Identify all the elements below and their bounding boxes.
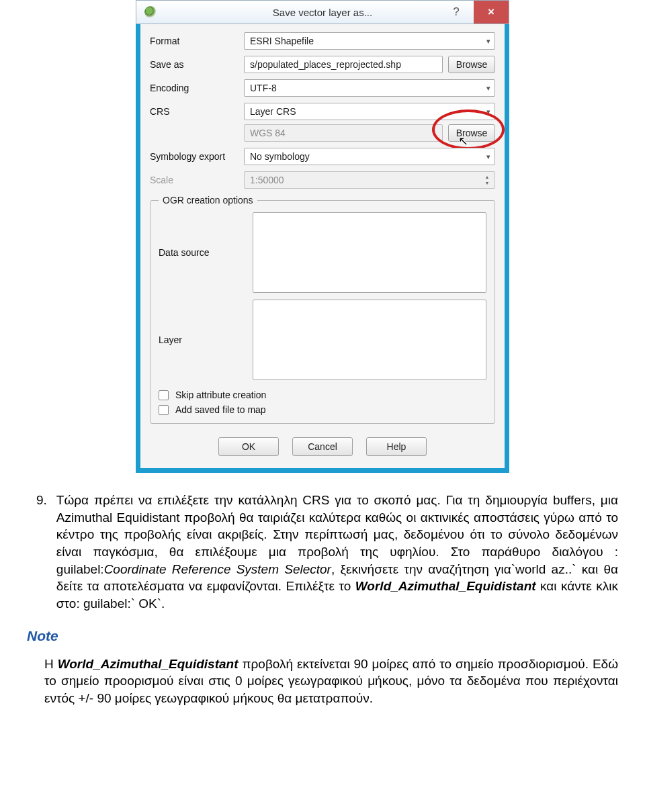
row-add-saved: Add saved file to map [159, 404, 486, 415]
crs-type-select[interactable]: Layer CRS [244, 103, 495, 120]
row-data-source: Data source [159, 212, 486, 293]
em-world-azimuthal: World_Azimuthal_Equidistant [355, 579, 536, 593]
layer-textarea[interactable] [253, 300, 486, 380]
label-format: Format [150, 36, 239, 46]
close-button[interactable]: × [474, 1, 509, 24]
crs-browse-button[interactable]: Browse [448, 124, 495, 142]
row-skip-attr: Skip attribute creation [159, 390, 486, 400]
ok-button[interactable]: OK [218, 437, 279, 456]
skip-attr-checkbox[interactable] [159, 390, 169, 400]
cursor-icon: ↖ [458, 134, 468, 148]
skip-attr-label: Skip attribute creation [175, 390, 266, 400]
data-source-textarea[interactable] [253, 212, 486, 293]
label-saveas: Save as [150, 59, 239, 70]
crs-value-display: WGS 84 [244, 124, 443, 142]
row-symbology: Symbology export No symbology [150, 148, 495, 165]
row-crs-type: CRS Layer CRS [150, 103, 495, 120]
row-layer: Layer [159, 300, 486, 380]
note-heading: Note [27, 627, 618, 645]
label-encoding: Encoding [150, 83, 239, 93]
add-saved-checkbox[interactable] [159, 405, 169, 415]
row-saveas: Save as s/populated_places_reprojected.s… [150, 56, 495, 73]
browse-button[interactable]: Browse [448, 56, 495, 73]
label-scale: Scale [150, 175, 239, 185]
symbology-select[interactable]: No symbology [244, 148, 495, 165]
note-body: Η World_Azimuthal_Equidistant προβολή εκ… [44, 656, 618, 707]
label-layer: Layer [159, 334, 247, 345]
dialog-body: Format ESRI Shapefile Save as s/populate… [136, 24, 509, 473]
save-vector-dialog: Save vector layer as... ? × Format ESRI … [136, 0, 509, 473]
list-number: 9. [36, 492, 47, 612]
list-body: Τώρα πρέπει να επιλέξετε την κατάλληλη C… [56, 492, 618, 612]
encoding-select[interactable]: UTF-8 [244, 79, 495, 97]
note-em: World_Azimuthal_Equidistant [58, 657, 239, 671]
label-data-source: Data source [159, 247, 247, 258]
ogr-legend: OGR creation options [159, 195, 257, 206]
ogr-options-group: OGR creation options Data source Layer S… [150, 195, 495, 424]
titlebar[interactable]: Save vector layer as... ? × [136, 0, 509, 24]
label-crs: CRS [150, 106, 239, 117]
row-scale: Scale 1:50000 ▲▼ [150, 171, 495, 189]
row-crs-value: WGS 84 Browse ↖ [150, 124, 495, 142]
add-saved-label: Add saved file to map [175, 404, 266, 415]
dialog-button-row: OK Cancel Help [150, 437, 495, 456]
spinner-arrows-icon: ▲▼ [482, 173, 492, 187]
scale-spinner: 1:50000 ▲▼ [244, 171, 495, 189]
label-symbology: Symbology export [150, 151, 239, 162]
doc-paragraph: 9. Τώρα πρέπει να επιλέξετε την κατάλληλ… [27, 492, 618, 707]
format-select[interactable]: ESRI Shapefile [244, 32, 495, 50]
row-encoding: Encoding UTF-8 [150, 79, 495, 97]
help-dialog-button[interactable]: Help [366, 437, 427, 456]
row-format: Format ESRI Shapefile [150, 32, 495, 50]
saveas-input[interactable]: s/populated_places_reprojected.shp [244, 56, 443, 73]
cancel-button[interactable]: Cancel [292, 437, 353, 456]
em-crs-selector: Coordinate Reference System Selector [104, 562, 331, 576]
help-button[interactable]: ? [439, 1, 474, 24]
